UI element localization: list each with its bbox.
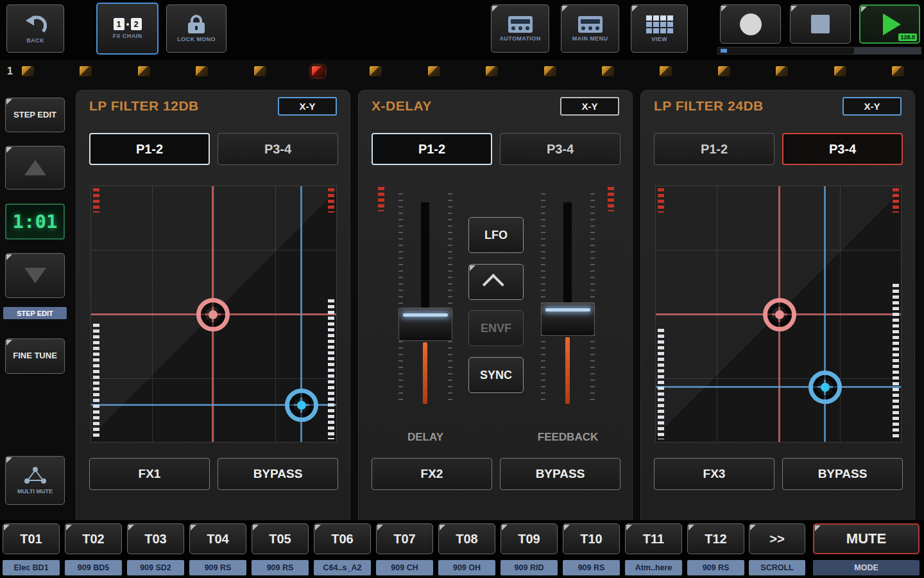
fx-panel-2: X-DELAY X-Y P1-2 P3-4 LFO ENVF SYNC DELA… <box>358 90 633 525</box>
record-icon <box>740 13 762 35</box>
pad-indicator-icon[interactable] <box>659 66 672 77</box>
fx3-button[interactable]: FX3 <box>654 458 774 490</box>
multi-mute-label: MULTI MUTE <box>17 488 53 495</box>
track-button-t09[interactable]: T09 <box>501 523 558 554</box>
param-page-p12-button[interactable]: P1-2 <box>372 133 492 165</box>
track-bar: T01 T02 T03 T04 T05 T06 T07 T08 T09 T10 … <box>0 520 924 578</box>
pad-indicator-icon[interactable] <box>137 66 151 77</box>
song-position-marker <box>721 49 727 53</box>
track-button-t02[interactable]: T02 <box>65 523 122 554</box>
delay-slider-handle[interactable] <box>398 308 452 341</box>
stop-button[interactable] <box>790 4 851 44</box>
track-button-t01[interactable]: T01 <box>3 523 60 554</box>
track-button-t05[interactable]: T05 <box>252 523 309 554</box>
back-button[interactable]: BACK <box>6 4 64 53</box>
bypass-button[interactable]: BYPASS <box>500 458 620 490</box>
bypass-button[interactable]: BYPASS <box>782 458 903 490</box>
view-button[interactable]: VIEW <box>631 4 688 53</box>
triangle-wave-icon <box>483 274 504 295</box>
pad-indicator-icon[interactable] <box>195 66 209 77</box>
track-button-t12[interactable]: T12 <box>687 523 744 554</box>
pad-indicator-icon[interactable] <box>427 66 441 77</box>
pad-indicator-icon[interactable] <box>369 66 382 77</box>
xy-mode-button[interactable]: X-Y <box>843 97 902 116</box>
track-label-t07: 909 CH <box>376 560 433 575</box>
step-edit-mode-tag: STEP EDIT <box>3 307 67 319</box>
step-edit-button[interactable]: STEP EDIT <box>5 98 65 132</box>
mute-button[interactable]: MUTE <box>813 523 920 554</box>
fx1-button[interactable]: FX1 <box>89 458 210 490</box>
param-page-p34-button[interactable]: P3-4 <box>782 133 903 165</box>
track-button-t10[interactable]: T10 <box>563 523 620 554</box>
param-page-p34-button[interactable]: P3-4 <box>218 133 338 165</box>
pad-indicator-icon[interactable] <box>311 66 325 77</box>
step-up-button[interactable] <box>5 146 65 189</box>
pad-indicator-icon[interactable] <box>21 66 35 77</box>
xy-puck-red[interactable] <box>763 298 796 331</box>
fx-chain-icon-digit2: 2 <box>131 18 142 30</box>
fx-panel-3: LP FILTER 24DB X-Y P1-2 P3-4 FX3 BYPASS <box>640 90 915 525</box>
param-page-p34-button[interactable]: P3-4 <box>500 133 620 165</box>
delay-label: DELAY <box>381 431 470 444</box>
feedback-slider-handle[interactable] <box>541 302 595 336</box>
pad-indicator-icon[interactable] <box>717 66 731 77</box>
pad-indicator-icon[interactable] <box>775 66 789 77</box>
track-label-t05: 909 RS <box>252 560 309 575</box>
track-button-t08[interactable]: T08 <box>438 523 495 554</box>
xy-pad[interactable] <box>655 186 902 442</box>
pad-indicator-row: 1 <box>0 63 924 83</box>
fx2-button[interactable]: FX2 <box>372 458 492 490</box>
play-icon <box>883 13 901 35</box>
fx-chain-button[interactable]: 1 2 FX CHAIN <box>96 3 158 55</box>
multi-mute-button[interactable]: MULTI MUTE <box>5 456 65 505</box>
xy-puck-red[interactable] <box>196 298 230 331</box>
meter-left-red <box>93 188 99 213</box>
meter-left-white <box>93 324 99 439</box>
param-page-p12-button[interactable]: P1-2 <box>89 133 210 165</box>
step-down-button[interactable] <box>5 253 65 298</box>
fine-tune-button[interactable]: FINE TUNE <box>5 338 65 374</box>
automation-button[interactable]: AUTOMATION <box>491 4 549 53</box>
pad-indicator-icon[interactable] <box>601 66 615 77</box>
slider-ticks <box>590 193 595 405</box>
pad-indicator-icon[interactable] <box>543 66 557 77</box>
pad-indicator-icon[interactable] <box>485 66 499 77</box>
pad-indicator-icon[interactable] <box>834 66 847 77</box>
track-button-t07[interactable]: T07 <box>376 523 433 554</box>
main-menu-button[interactable]: MAIN MENU <box>561 4 619 53</box>
xy-mode-button[interactable]: X-Y <box>278 97 337 116</box>
lock-mono-button[interactable]: LOCK MONO <box>166 4 227 53</box>
automation-icon <box>508 16 533 33</box>
pad-indicator-icon[interactable] <box>79 66 92 77</box>
xy-pad[interactable] <box>90 186 337 442</box>
meter-left-white <box>658 329 664 439</box>
meter-left-red <box>658 188 664 213</box>
feedback-slider[interactable] <box>541 186 595 425</box>
record-button[interactable] <box>720 4 781 44</box>
lfo-shape-button[interactable] <box>468 264 524 300</box>
song-position-strip[interactable] <box>717 47 921 55</box>
xy-puck-blue[interactable] <box>809 371 842 404</box>
xy-mode-button[interactable]: X-Y <box>560 97 619 116</box>
track-button-t11[interactable]: T11 <box>625 523 682 554</box>
pad-indicator-icon[interactable] <box>253 66 267 77</box>
bypass-button[interactable]: BYPASS <box>218 458 338 490</box>
meter-right-white <box>893 284 899 439</box>
play-button[interactable]: 128.0 <box>859 4 920 44</box>
delay-slider[interactable] <box>398 186 452 425</box>
param-page-p12-button[interactable]: P1-2 <box>654 133 774 165</box>
track-button-t06[interactable]: T06 <box>314 523 371 554</box>
meter-right-white <box>328 299 334 439</box>
track-button-t04[interactable]: T04 <box>189 523 246 554</box>
envf-button[interactable]: ENVF <box>468 310 524 346</box>
lfo-button[interactable]: LFO <box>468 217 524 253</box>
pad-indicator-icon[interactable] <box>891 66 905 77</box>
sync-button[interactable]: SYNC <box>468 357 524 393</box>
track-scroll-button[interactable]: >> <box>749 523 805 554</box>
track-button-t03[interactable]: T03 <box>127 523 184 554</box>
xy-puck-blue[interactable] <box>285 389 318 422</box>
meter-delay-red <box>378 187 384 211</box>
track-label-t06: C64..s_A2 <box>314 560 371 575</box>
main-menu-label: MAIN MENU <box>572 35 608 42</box>
slider-ticks <box>448 193 452 405</box>
